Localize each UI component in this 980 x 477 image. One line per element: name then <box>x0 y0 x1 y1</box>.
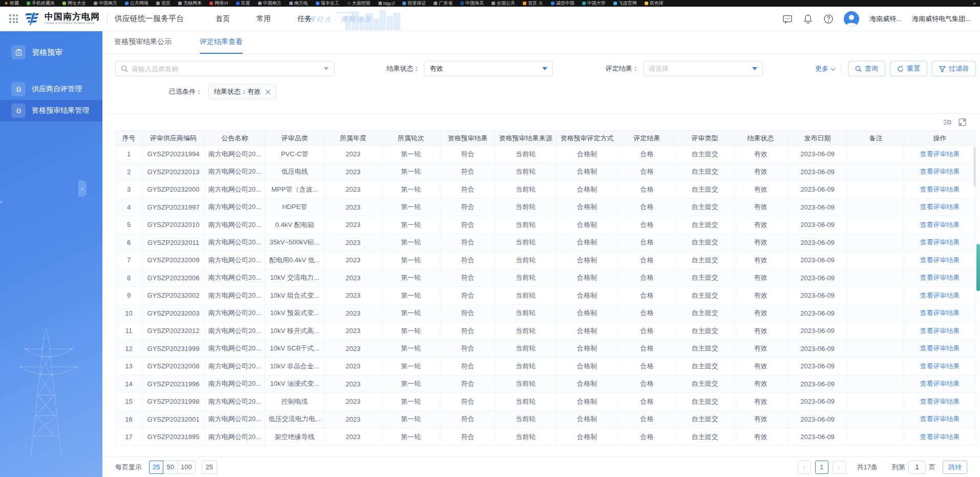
bookmark-favicon <box>316 2 319 5</box>
table-cell: 符合 <box>440 198 496 216</box>
page-size-25[interactable]: 25 <box>149 461 163 474</box>
bookmark-item[interactable]: 无锡网来 <box>178 0 202 7</box>
gear-icon <box>11 103 26 118</box>
bookmark-item[interactable]: 百度 <box>236 0 250 7</box>
table-cell: 当前轮 <box>496 198 556 216</box>
table-cell: 2023 <box>325 358 382 376</box>
view-review-result-link[interactable]: 查看评审结果 <box>904 146 976 163</box>
bookmark-item[interactable]: http:// <box>378 1 395 6</box>
sidebar: 资格预审供应商自评管理资格预审结果管理‹ » <box>0 31 102 477</box>
page-size-100[interactable]: 100 <box>177 461 196 474</box>
sidebar-edge-expander[interactable]: » <box>0 199 3 204</box>
help-icon[interactable] <box>823 14 834 24</box>
bookmark-item[interactable]: 公共网络 <box>125 0 148 7</box>
sidebar-item-供应商自评管理[interactable]: 供应商自评管理 <box>0 78 102 100</box>
page-size-50[interactable]: 50 <box>163 461 177 474</box>
view-review-result-link[interactable]: 查看评审结果 <box>904 358 976 376</box>
message-icon[interactable] <box>782 14 793 24</box>
table-cell: HDPE管 <box>265 198 325 216</box>
goto-page-input[interactable] <box>908 461 926 474</box>
bookmark-item[interactable]: 瑞丰生工 <box>316 0 339 7</box>
table-cell: 2023 <box>325 163 382 181</box>
bookmark-item[interactable]: 投资保证 <box>402 0 426 7</box>
fullscreen-icon[interactable] <box>958 118 967 127</box>
tab-资格预审结果公示[interactable]: 资格预审结果公示 <box>114 31 172 54</box>
view-review-result-link[interactable]: 查看评审结果 <box>904 322 976 340</box>
table-scrollbar-thumb[interactable] <box>973 147 976 187</box>
view-review-result-link[interactable]: 查看评审结果 <box>904 410 976 428</box>
bookmark-item[interactable]: 中国海关 <box>460 0 484 7</box>
bookmark-item[interactable]: 双色球 <box>645 0 664 7</box>
current-page-button[interactable]: 1 <box>815 461 828 474</box>
app-grid-menu-icon[interactable] <box>9 14 18 23</box>
bookmark-item[interactable]: 飞连官网 <box>613 0 637 7</box>
result-status-select[interactable]: 有效 <box>424 61 553 76</box>
view-review-result-link[interactable]: 查看评审结果 <box>904 375 976 393</box>
view-review-result-link[interactable]: 查看评审结果 <box>904 198 976 216</box>
sidebar-item-资格预审结果管理[interactable]: 资格预审结果管理 <box>0 100 102 121</box>
bookmark-item[interactable]: 中国南方 <box>258 0 282 7</box>
view-review-result-link[interactable]: 查看评审结果 <box>904 340 976 358</box>
nav-item-任务[interactable]: 任务 <box>297 14 312 24</box>
prev-page-button[interactable]: ‹ <box>798 461 811 474</box>
bookmarks-overflow-icon[interactable]: » <box>973 1 976 6</box>
table-cell: 2023-06-09 <box>787 340 848 358</box>
more-filters-button[interactable]: 更多 <box>815 64 834 73</box>
bookmark-item[interactable]: 南方电 <box>289 0 308 7</box>
next-page-button[interactable]: › <box>833 461 846 474</box>
bookmark-item[interactable]: ★收藏 <box>4 0 19 7</box>
bookmark-item[interactable]: 全国公共 <box>492 0 515 7</box>
table-cell: 2023-06-09 <box>787 181 848 199</box>
bookmark-item[interactable]: 中国南方 <box>94 0 117 7</box>
category-search-select[interactable] <box>115 61 334 76</box>
bookmark-item[interactable]: 诚信中国 <box>551 0 574 7</box>
view-review-result-link[interactable]: 查看评审结果 <box>904 428 976 446</box>
query-button[interactable]: 查询 <box>848 61 885 76</box>
view-review-result-link[interactable]: 查看评审结果 <box>904 269 976 287</box>
view-review-result-link[interactable]: 查看评审结果 <box>904 393 976 411</box>
filter-buttons-divider <box>841 63 841 74</box>
page-size-box[interactable]: 25 <box>202 461 217 474</box>
notification-bell-icon[interactable] <box>803 14 813 24</box>
bookmark-item[interactable]: 首页 火 <box>523 0 543 7</box>
user-company-switcher[interactable]: 海南威特电气集团... <box>912 14 971 24</box>
table-cell: 自主提交 <box>676 269 734 287</box>
bookmark-item[interactable]: 网址大全 <box>62 0 86 7</box>
bookmark-item[interactable]: 大唐控股 <box>347 0 371 7</box>
remove-filter-icon[interactable] <box>265 89 271 95</box>
evaluation-result-select[interactable]: 请选择 <box>643 61 763 76</box>
refresh-icon <box>897 66 904 72</box>
browser-scrollbar-thumb[interactable] <box>976 244 980 291</box>
view-review-result-link[interactable]: 查看评审结果 <box>904 252 976 269</box>
table-cell: 有效 <box>734 252 787 269</box>
jump-button[interactable]: 跳转 <box>943 461 967 474</box>
reset-button[interactable]: 重置 <box>890 61 927 76</box>
table-cell: 自主提交 <box>676 163 734 181</box>
bookmark-item[interactable]: 手机收藏夹 <box>27 0 55 7</box>
table-cell: 合格 <box>619 269 676 287</box>
table-cell: 2023-06-09 <box>787 287 848 305</box>
table-cell: 合格制 <box>556 287 619 305</box>
nav-item-首页[interactable]: 首页 <box>216 14 230 24</box>
sidebar-item-资格预审[interactable]: 资格预审 <box>0 42 102 63</box>
bookmark-item[interactable]: 首页 <box>156 0 171 7</box>
sidebar-collapse-handle[interactable]: ‹ <box>78 180 87 197</box>
table-cell: GYSZP20232011 <box>142 234 205 252</box>
bookmark-item[interactable]: 中国大学 <box>582 0 606 7</box>
view-review-result-link[interactable]: 查看评审结果 <box>904 287 976 305</box>
user-avatar[interactable] <box>844 11 859 27</box>
view-review-result-link[interactable]: 查看评审结果 <box>904 163 976 181</box>
nav-item-常用[interactable]: 常用 <box>257 14 271 24</box>
tab-评定结果查看[interactable]: 评定结果查看 <box>200 31 243 54</box>
user-name[interactable]: 海南威特... <box>869 14 902 24</box>
bookmark-item[interactable]: 广东省 <box>434 0 453 7</box>
view-review-result-link[interactable]: 查看评审结果 <box>904 216 976 234</box>
view-review-result-link[interactable]: 查看评审结果 <box>904 304 976 322</box>
bookmark-item[interactable]: 网络VI <box>209 0 228 7</box>
filter-button[interactable]: 过滤器 <box>932 61 976 76</box>
category-search-input[interactable] <box>132 65 320 73</box>
table-cell: 自主提交 <box>676 252 734 269</box>
column-settings-icon[interactable] <box>943 118 952 127</box>
view-review-result-link[interactable]: 查看评审结果 <box>904 181 976 199</box>
view-review-result-link[interactable]: 查看评审结果 <box>904 234 976 252</box>
